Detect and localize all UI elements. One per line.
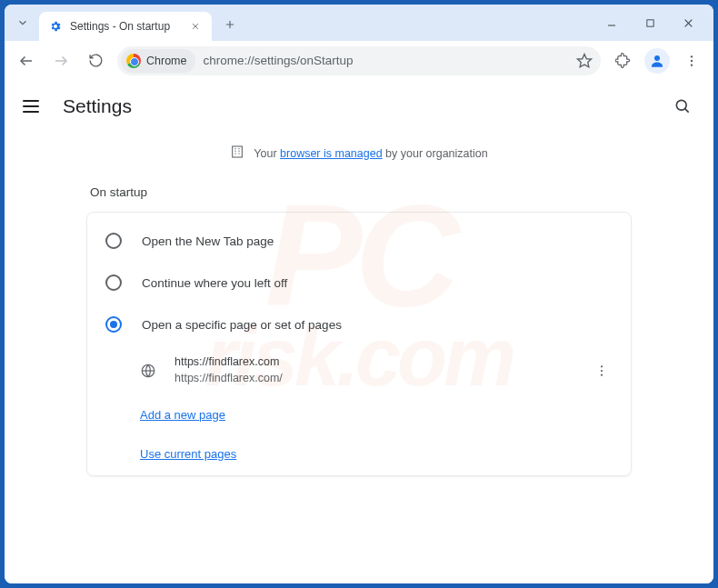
site-chip-label: Chrome — [146, 55, 186, 67]
page-entry-url: https://findflarex.com/ — [175, 371, 283, 387]
managed-banner: Your browser is managed by your organiza… — [5, 132, 713, 174]
radio-icon — [105, 233, 122, 249]
url-text: chrome://settings/onStartup — [203, 54, 353, 67]
browser-tab[interactable]: Settings - On startup — [39, 12, 212, 41]
page-entry-texts: https://findflarex.com https://findflare… — [175, 354, 283, 386]
close-tab-icon[interactable] — [188, 19, 203, 34]
managed-link[interactable]: browser is managed — [280, 147, 383, 160]
menu-kebab-icon[interactable] — [679, 48, 704, 74]
svg-point-14 — [691, 64, 693, 65]
page-title: Settings — [63, 95, 132, 117]
search-icon[interactable] — [670, 94, 695, 119]
svg-point-12 — [691, 55, 693, 57]
minimize-button[interactable] — [601, 12, 623, 34]
add-page-link[interactable]: Add a new page — [140, 408, 225, 422]
page-entry-title: https://findflarex.com — [175, 354, 283, 371]
profile-avatar[interactable] — [644, 48, 670, 74]
radio-label: Open a specific page or set of pages — [142, 318, 342, 332]
svg-rect-17 — [233, 146, 243, 157]
section-wrap: On startup Open the New Tab page Continu… — [50, 174, 668, 476]
settings-header: Settings — [5, 81, 713, 132]
toolbar: Chrome chrome://settings/onStartup — [5, 41, 713, 81]
managed-text: Your browser is managed by your organiza… — [254, 147, 487, 160]
forward-button[interactable] — [48, 48, 74, 74]
use-current-link[interactable]: Use current pages — [140, 447, 236, 461]
radio-label: Continue where you left off — [142, 276, 287, 290]
startup-card: Open the New Tab page Continue where you… — [86, 212, 632, 476]
use-current-row: Use current pages — [87, 434, 631, 473]
new-tab-button[interactable] — [217, 12, 243, 37]
content-area: PC risk.com Settings Your browser is man… — [5, 81, 713, 583]
svg-line-16 — [685, 108, 689, 112]
svg-point-11 — [654, 55, 660, 61]
radio-icon — [105, 274, 122, 291]
svg-point-26 — [601, 365, 603, 367]
chrome-logo-icon — [126, 54, 141, 68]
close-window-button[interactable] — [677, 12, 699, 34]
hamburger-menu-icon[interactable] — [23, 95, 45, 117]
section-label: On startup — [86, 174, 632, 212]
back-button[interactable] — [14, 48, 39, 74]
globe-icon — [140, 363, 156, 379]
window-controls — [601, 12, 710, 34]
add-page-row: Add a new page — [87, 395, 631, 434]
settings-gear-icon — [48, 19, 63, 34]
svg-marker-10 — [578, 54, 592, 66]
reload-button[interactable] — [83, 48, 108, 74]
address-bar[interactable]: Chrome chrome://settings/onStartup — [117, 46, 601, 75]
tab-title: Settings - On startup — [70, 20, 181, 33]
entry-more-icon[interactable] — [591, 360, 613, 382]
svg-point-13 — [691, 59, 693, 61]
startup-page-entry: https://findflarex.com https://findflare… — [87, 345, 631, 395]
radio-option-new-tab[interactable]: Open the New Tab page — [87, 220, 631, 262]
maximize-button[interactable] — [639, 12, 661, 34]
svg-rect-5 — [646, 19, 653, 25]
tab-strip: Settings - On startup — [5, 5, 713, 41]
svg-point-27 — [601, 369, 603, 371]
svg-point-15 — [676, 100, 686, 110]
tab-search-button[interactable] — [12, 12, 34, 34]
radio-label: Open the New Tab page — [142, 234, 274, 248]
browser-window: Settings - On startup — [5, 5, 713, 583]
radio-option-specific-pages[interactable]: Open a specific page or set of pages — [87, 304, 631, 345]
extensions-icon[interactable] — [610, 48, 635, 74]
radio-option-continue[interactable]: Continue where you left off — [87, 262, 631, 304]
svg-point-28 — [601, 374, 603, 375]
site-info-chip[interactable]: Chrome — [121, 49, 195, 73]
radio-icon — [105, 316, 122, 333]
building-icon — [230, 145, 244, 162]
bookmark-star-icon[interactable] — [572, 48, 597, 74]
